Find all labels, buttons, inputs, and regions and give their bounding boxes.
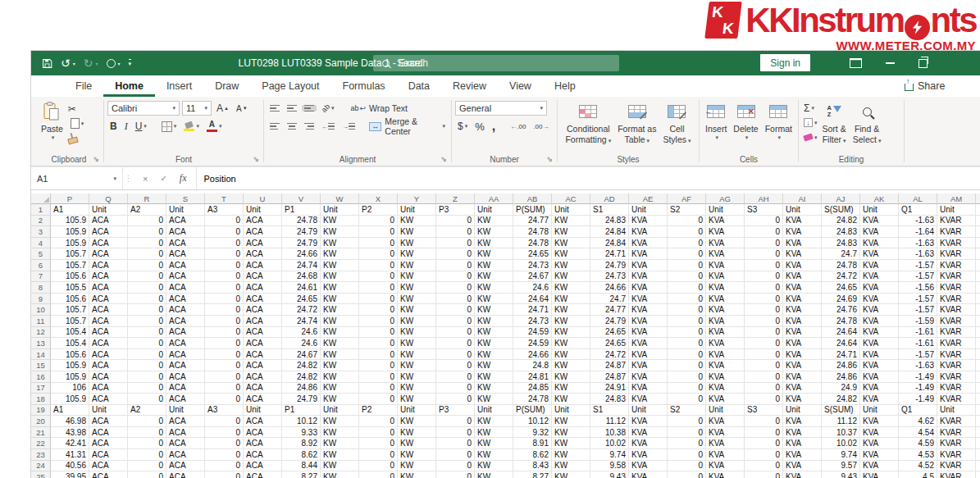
cell[interactable] bbox=[976, 360, 980, 371]
cell[interactable]: Unit bbox=[860, 405, 899, 417]
cell[interactable]: ACA bbox=[89, 427, 128, 439]
cell[interactable]: KVA bbox=[860, 338, 899, 349]
cell[interactable]: 0 bbox=[668, 438, 706, 449]
cell[interactable]: 10.12 bbox=[513, 416, 552, 427]
cell[interactable]: 0 bbox=[745, 316, 783, 327]
cell[interactable]: KW bbox=[475, 438, 513, 449]
cell[interactable]: KVA bbox=[783, 383, 822, 394]
cell[interactable]: P2 bbox=[359, 405, 398, 417]
cell[interactable]: ACA bbox=[166, 260, 205, 271]
cell[interactable]: KVA bbox=[706, 271, 745, 283]
cell[interactable] bbox=[976, 204, 980, 216]
cell[interactable]: 0 bbox=[128, 316, 166, 327]
cell[interactable]: 10.12 bbox=[282, 416, 321, 427]
sign-in-button[interactable]: Sign in bbox=[760, 54, 810, 71]
cell[interactable]: KW bbox=[552, 427, 590, 439]
cell[interactable]: 24.83 bbox=[590, 394, 629, 405]
cell[interactable]: 0 bbox=[128, 371, 166, 383]
cell[interactable]: 0 bbox=[436, 371, 475, 383]
cell[interactable]: ACA bbox=[89, 316, 128, 327]
cell[interactable]: 40.56 bbox=[51, 461, 89, 472]
cell[interactable]: Q1 bbox=[899, 405, 937, 417]
cell[interactable]: KW bbox=[398, 449, 436, 461]
cell[interactable]: Unit bbox=[321, 204, 359, 216]
row-header-17[interactable]: 17 bbox=[31, 383, 51, 394]
row-header-9[interactable]: 9 bbox=[31, 294, 51, 305]
cell[interactable]: 24.65 bbox=[282, 294, 321, 305]
cell[interactable]: ACA bbox=[89, 304, 128, 316]
cell[interactable]: 24.66 bbox=[282, 248, 321, 260]
cell[interactable]: ACA bbox=[244, 371, 282, 383]
cell[interactable]: 24.6 bbox=[282, 327, 321, 339]
cell[interactable]: Unit bbox=[166, 405, 205, 417]
cell[interactable]: KW bbox=[321, 416, 359, 427]
align-right-button[interactable] bbox=[302, 123, 317, 130]
cell[interactable]: 0 bbox=[205, 416, 244, 427]
cell[interactable]: KW bbox=[398, 394, 436, 405]
cell[interactable]: KVA bbox=[706, 449, 745, 461]
comma-style-button[interactable]: , bbox=[490, 119, 498, 134]
cell[interactable] bbox=[976, 282, 980, 294]
column-header-X[interactable]: X bbox=[359, 193, 398, 204]
cell[interactable]: KVA bbox=[706, 427, 745, 439]
cell[interactable]: 0 bbox=[436, 449, 475, 461]
cell[interactable]: KW bbox=[321, 271, 359, 283]
cell[interactable]: ACA bbox=[244, 416, 282, 427]
tab-page-layout[interactable]: Page Layout bbox=[250, 75, 330, 97]
cell[interactable]: KW bbox=[475, 383, 513, 394]
cell[interactable]: Unit bbox=[552, 204, 590, 216]
cell[interactable]: 0 bbox=[359, 294, 398, 305]
cell[interactable]: 4.5 bbox=[899, 471, 937, 478]
cell[interactable]: KVA bbox=[860, 349, 899, 361]
cell[interactable]: -1.61 bbox=[899, 327, 937, 339]
redo-button[interactable]: ↻▾ bbox=[84, 57, 98, 69]
cell[interactable]: 0 bbox=[128, 338, 166, 349]
cell[interactable]: P1 bbox=[282, 405, 321, 417]
cell[interactable]: 46.98 bbox=[51, 416, 89, 427]
wrap-text-button[interactable]: ab↩Wrap Text bbox=[349, 103, 410, 113]
cell[interactable]: 24.69 bbox=[822, 294, 860, 305]
cell[interactable]: -1.56 bbox=[899, 282, 937, 294]
cell[interactable]: 0 bbox=[745, 327, 783, 339]
cell[interactable]: 0 bbox=[128, 349, 166, 361]
cell[interactable]: 24.67 bbox=[282, 349, 321, 361]
cell[interactable]: 0 bbox=[668, 238, 706, 249]
cell[interactable]: 0 bbox=[436, 461, 475, 472]
cell[interactable]: KVAR bbox=[937, 461, 976, 472]
cell[interactable]: 0 bbox=[359, 216, 398, 227]
cell[interactable] bbox=[976, 427, 980, 439]
cell[interactable]: 24.65 bbox=[590, 327, 629, 339]
cell[interactable]: 0 bbox=[436, 394, 475, 405]
cell[interactable]: KW bbox=[321, 471, 359, 478]
cell[interactable]: 24.73 bbox=[590, 271, 629, 283]
tab-insert[interactable]: Insert bbox=[155, 75, 203, 97]
cell[interactable]: -1.49 bbox=[899, 394, 937, 405]
cell[interactable]: KVA bbox=[706, 248, 745, 260]
cell[interactable]: ACA bbox=[244, 248, 282, 260]
column-header-T[interactable]: T bbox=[205, 193, 244, 204]
cell[interactable]: A2 bbox=[128, 405, 166, 417]
cell[interactable]: 0 bbox=[205, 327, 244, 339]
center-button[interactable] bbox=[285, 123, 299, 130]
cell[interactable]: 0 bbox=[745, 260, 783, 271]
cell[interactable]: 0 bbox=[745, 416, 783, 427]
cell[interactable] bbox=[976, 327, 980, 339]
cell[interactable]: 105.4 bbox=[51, 327, 89, 339]
cell[interactable]: KW bbox=[552, 349, 590, 361]
cell[interactable]: 0 bbox=[745, 271, 783, 283]
column-header-AN[interactable]: AN bbox=[976, 193, 980, 204]
cell[interactable]: 10.02 bbox=[590, 438, 629, 449]
cell[interactable]: KVA bbox=[706, 327, 745, 339]
cell[interactable]: 0 bbox=[745, 338, 783, 349]
align-left-button[interactable] bbox=[267, 123, 282, 130]
find-select-button[interactable]: Find & Select▾ bbox=[850, 100, 885, 145]
cell[interactable]: 0 bbox=[668, 216, 706, 227]
cell[interactable]: KVA bbox=[629, 383, 668, 394]
cell[interactable]: -1.49 bbox=[899, 371, 937, 383]
cell[interactable]: 0 bbox=[359, 394, 398, 405]
cell[interactable]: KVAR bbox=[937, 271, 976, 283]
cell[interactable]: 0 bbox=[205, 304, 244, 316]
cell[interactable]: 105.7 bbox=[51, 304, 89, 316]
cell[interactable]: 4.59 bbox=[899, 438, 937, 449]
cell[interactable]: S1 bbox=[590, 204, 629, 216]
